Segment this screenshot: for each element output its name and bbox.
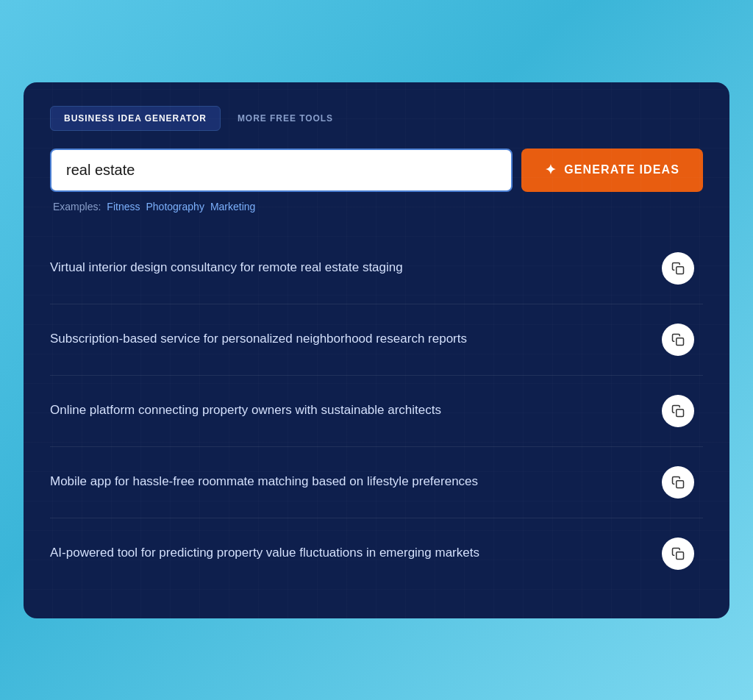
- search-input[interactable]: [50, 149, 513, 192]
- list-item: Subscription-based service for personali…: [50, 304, 703, 376]
- svg-rect-3: [677, 480, 684, 488]
- idea-text: AI-powered tool for predicting property …: [50, 544, 647, 562]
- svg-rect-0: [677, 266, 684, 274]
- copy-icon: [671, 404, 685, 418]
- copy-icon: [671, 547, 685, 560]
- copy-button[interactable]: [662, 466, 694, 499]
- main-card: BUSINESS IDEA GENERATOR MORE FREE TOOLS …: [24, 82, 729, 618]
- idea-text: Subscription-based service for personali…: [50, 330, 647, 349]
- ideas-list: Virtual interior design consultancy for …: [50, 233, 703, 589]
- svg-rect-1: [677, 338, 684, 345]
- copy-button[interactable]: [662, 538, 694, 570]
- svg-rect-2: [677, 409, 684, 416]
- svg-rect-4: [677, 551, 684, 559]
- list-item: Mobile app for hassle-free roommate matc…: [50, 447, 703, 518]
- search-row: ✦ GENERATE IDEAS: [50, 149, 703, 192]
- tab-free-tools[interactable]: MORE FREE TOOLS: [224, 106, 347, 131]
- idea-text: Virtual interior design consultancy for …: [50, 259, 647, 277]
- tab-generator[interactable]: BUSINESS IDEA GENERATOR: [50, 106, 221, 131]
- copy-icon: [671, 333, 685, 346]
- copy-button[interactable]: [662, 395, 694, 427]
- list-item: Virtual interior design consultancy for …: [50, 233, 703, 304]
- copy-icon: [671, 262, 685, 275]
- sparkle-icon: ✦: [545, 162, 557, 178]
- copy-button[interactable]: [662, 252, 694, 285]
- idea-text: Online platform connecting property owne…: [50, 401, 647, 420]
- tab-bar: BUSINESS IDEA GENERATOR MORE FREE TOOLS: [50, 106, 703, 131]
- idea-text: Mobile app for hassle-free roommate matc…: [50, 473, 647, 491]
- generate-button-label: GENERATE IDEAS: [564, 163, 679, 176]
- examples-label: Examples:: [53, 201, 101, 213]
- examples-row: Examples: Fitness Photography Marketing: [50, 201, 703, 213]
- example-chip-fitness[interactable]: Fitness: [107, 201, 140, 213]
- generate-button[interactable]: ✦ GENERATE IDEAS: [521, 149, 703, 192]
- list-item: Online platform connecting property owne…: [50, 376, 703, 447]
- copy-icon: [671, 476, 685, 489]
- copy-button[interactable]: [662, 324, 694, 356]
- list-item: AI-powered tool for predicting property …: [50, 518, 703, 589]
- example-chip-photography[interactable]: Photography: [146, 201, 204, 213]
- example-chip-marketing[interactable]: Marketing: [210, 201, 255, 213]
